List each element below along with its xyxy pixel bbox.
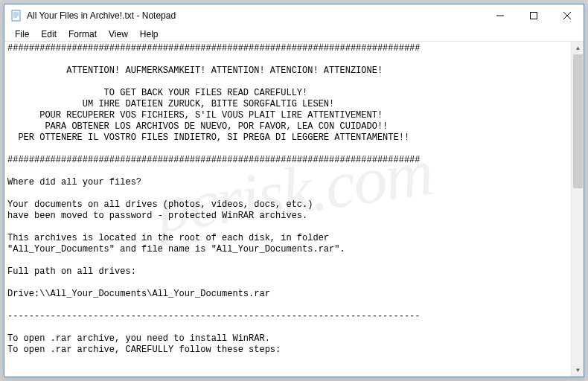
window-controls	[483, 4, 584, 27]
notepad-window: All Your Files in Archive!.txt - Notepad…	[4, 4, 584, 377]
close-button[interactable]	[550, 4, 584, 27]
notepad-icon	[10, 10, 22, 22]
menubar: File Edit Format View Help	[4, 27, 584, 42]
minimize-button[interactable]	[483, 4, 517, 27]
scroll-thumb[interactable]	[573, 54, 583, 188]
window-title: All Your Files in Archive!.txt - Notepad	[27, 10, 483, 21]
menu-format[interactable]: Format	[63, 28, 103, 41]
menu-edit[interactable]: Edit	[35, 28, 63, 41]
vertical-scrollbar[interactable]: ▲ ▼	[571, 42, 584, 377]
titlebar: All Your Files in Archive!.txt - Notepad	[4, 4, 584, 27]
scroll-down-icon[interactable]: ▼	[572, 364, 584, 377]
svg-rect-6	[530, 13, 537, 19]
maximize-button[interactable]	[517, 4, 550, 27]
menu-help[interactable]: Help	[134, 28, 164, 41]
scroll-up-icon[interactable]: ▲	[572, 42, 584, 54]
editor-area: ########################################…	[4, 42, 584, 377]
menu-file[interactable]: File	[9, 28, 35, 41]
text-content[interactable]: ########################################…	[4, 42, 571, 377]
menu-view[interactable]: View	[103, 28, 134, 41]
